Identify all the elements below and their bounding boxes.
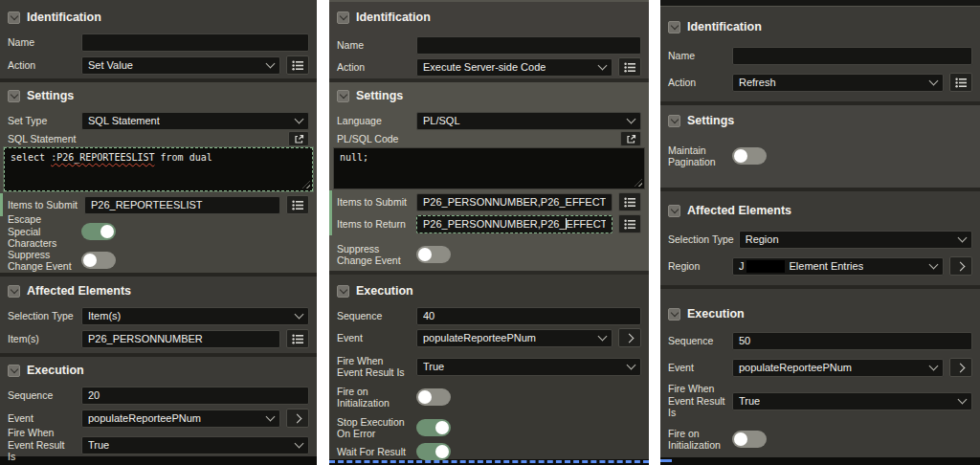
quick-pick-list-button[interactable]: [949, 73, 972, 92]
items-to-submit-input[interactable]: [416, 193, 612, 211]
event-select[interactable]: populateReporteePNum: [81, 410, 280, 428]
maintain-pagination-toggle[interactable]: [732, 147, 767, 165]
event-row: Event populateReporteePNum: [0, 409, 317, 428]
collapse-chevron-icon[interactable]: [668, 21, 680, 33]
go-to-event-button[interactable]: [949, 358, 972, 377]
quick-pick-list-button[interactable]: [286, 329, 309, 348]
plsql-code-editor[interactable]: null;: [333, 147, 645, 189]
language-select[interactable]: PL/SQL: [416, 112, 641, 130]
suppress-change-event-toggle[interactable]: [81, 252, 116, 269]
action-row: Action Set Value: [0, 55, 317, 75]
redacted-text-box: [746, 260, 785, 273]
escape-special-characters-toggle[interactable]: [81, 223, 116, 240]
event-label: Event: [668, 362, 727, 373]
sequence-input[interactable]: [81, 387, 309, 405]
event-select[interactable]: populateReporteePNum: [732, 359, 944, 377]
go-to-event-button[interactable]: [286, 409, 309, 428]
plsql-code-label: PL/SQL Code: [337, 133, 610, 144]
selection-type-label: Selection Type: [8, 310, 75, 321]
collapse-chevron-icon[interactable]: [8, 285, 20, 298]
action-select[interactable]: Refresh: [732, 74, 944, 92]
collapse-chevron-icon[interactable]: [668, 115, 680, 127]
list-icon: [292, 334, 303, 344]
sequence-input[interactable]: [732, 332, 972, 350]
sql-code-editor[interactable]: select :P26_REPORTEESLIST from dual: [4, 147, 313, 191]
sequence-label: Sequence: [668, 335, 727, 346]
collapse-chevron-icon[interactable]: [668, 308, 680, 321]
resize-handle[interactable]: [302, 181, 310, 188]
open-code-editor-button[interactable]: [288, 131, 309, 146]
set-type-select[interactable]: SQL Statement: [81, 112, 309, 130]
fire-on-initialization-toggle[interactable]: [416, 388, 451, 406]
collapse-chevron-icon[interactable]: [668, 205, 680, 217]
action-row: Action Refresh: [660, 73, 980, 92]
fire-on-initialization-toggle[interactable]: [732, 431, 767, 448]
section-title: Affected Elements: [27, 284, 131, 298]
items-input[interactable]: [81, 330, 280, 348]
action-select[interactable]: Set Value: [81, 56, 280, 75]
sequence-row: Sequence: [0, 386, 317, 405]
collapse-chevron-icon[interactable]: [337, 285, 349, 298]
items-to-submit-row: Items to Submit: [0, 195, 317, 214]
sql-statement-label-row: SQL Statement: [0, 131, 317, 146]
fire-on-initialization-row: Fire on Initialization: [660, 425, 980, 454]
plsql-code-label-row: PL/SQL Code: [329, 131, 649, 146]
resize-handle[interactable]: [635, 179, 642, 187]
chevron-down-icon: [627, 115, 636, 124]
action-select[interactable]: Execute Server-side Code: [416, 58, 612, 77]
stop-execution-on-error-row: Stop Execution On Error: [329, 413, 649, 442]
items-to-submit-input[interactable]: [84, 196, 280, 214]
sequence-label: Sequence: [337, 310, 412, 321]
go-to-region-button[interactable]: [949, 256, 972, 276]
list-icon: [292, 200, 303, 210]
section-header-identification: Identification: [668, 19, 762, 34]
collapse-chevron-icon[interactable]: [8, 11, 20, 24]
collapse-chevron-icon[interactable]: [8, 365, 20, 377]
items-row: Item(s): [0, 329, 317, 348]
suppress-change-event-toggle[interactable]: [416, 246, 451, 263]
go-to-event-button[interactable]: [618, 328, 641, 347]
selection-type-row: Selection Type Item(s): [0, 306, 317, 325]
collapse-chevron-icon[interactable]: [8, 90, 20, 102]
wait-for-result-toggle[interactable]: [416, 443, 451, 460]
selection-type-select[interactable]: Region: [739, 231, 972, 249]
name-input[interactable]: [81, 33, 309, 52]
suppress-change-event-row: Suppress Change Event: [329, 240, 649, 269]
section-header-settings: Settings: [337, 88, 403, 103]
fire-on-initialization-label: Fire on Initialization: [668, 428, 727, 452]
selection-type-select[interactable]: Item(s): [81, 307, 309, 325]
quick-pick-list-button[interactable]: [286, 195, 309, 214]
chevron-right-icon: [624, 333, 634, 343]
section-header-execution: Execution: [668, 306, 745, 321]
list-icon: [624, 197, 635, 208]
list-icon: [292, 60, 303, 71]
chevron-right-icon: [955, 261, 965, 271]
property-panel-refresh: Identification Name Action Refresh Setti…: [660, 0, 980, 465]
stop-execution-on-error-toggle[interactable]: [416, 419, 451, 436]
fire-when-select[interactable]: True: [416, 358, 641, 376]
fire-when-select[interactable]: True: [81, 436, 309, 454]
expand-editor-icon: [626, 134, 636, 144]
name-input[interactable]: [416, 36, 641, 55]
maintain-pagination-label: Maintain Pagination: [668, 144, 727, 168]
quick-pick-list-button[interactable]: [286, 55, 309, 75]
section-header-identification: Identification: [337, 10, 431, 25]
quick-pick-list-button[interactable]: [618, 192, 641, 211]
items-to-return-row: Items to Return P26_PERSONNUMBER,P26_EFF…: [329, 214, 649, 233]
quick-pick-list-button[interactable]: [618, 57, 641, 77]
region-select[interactable]: J Element Entries: [732, 257, 944, 276]
sql-statement-label: SQL Statement: [8, 133, 276, 144]
collapse-chevron-icon[interactable]: [337, 90, 349, 102]
section-title: Identification: [356, 11, 431, 24]
fire-when-event-result-row: Fire When Event Result Is True: [0, 431, 317, 459]
items-to-return-input[interactable]: P26_PERSONNUMBER,P26_EFFECTIVEDATE: [416, 215, 612, 233]
open-code-editor-button[interactable]: [620, 131, 641, 146]
name-input[interactable]: [732, 47, 972, 65]
collapse-chevron-icon[interactable]: [337, 11, 349, 24]
quick-pick-list-button[interactable]: [618, 214, 641, 233]
sequence-input[interactable]: [416, 307, 641, 325]
fire-when-select[interactable]: True: [732, 392, 972, 410]
property-panel-set-value: Identification Name Action Set Value Set…: [0, 0, 317, 465]
event-select[interactable]: populateReporteePNum: [416, 329, 612, 347]
set-type-row: Set Type SQL Statement: [0, 111, 317, 130]
